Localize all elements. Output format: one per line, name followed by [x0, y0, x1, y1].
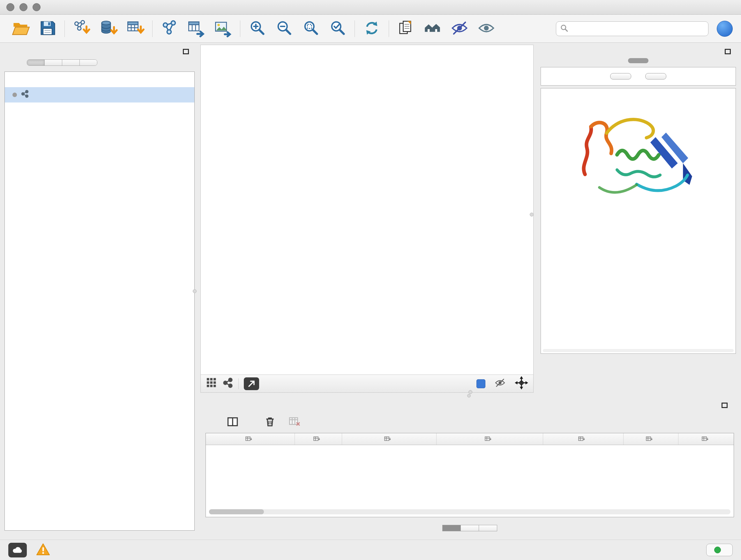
- column-header[interactable]: [543, 433, 623, 445]
- tab-edge-table[interactable]: [461, 525, 479, 531]
- network-row-selected[interactable]: [5, 87, 194, 103]
- tab-style[interactable]: [45, 60, 62, 65]
- zoom-selected-icon: [328, 19, 347, 39]
- network-canvas[interactable]: [201, 45, 533, 374]
- status-bar: [0, 540, 741, 560]
- expand-all-button[interactable]: [610, 73, 631, 79]
- protein-section-header[interactable]: [541, 88, 736, 98]
- close-window-button[interactable]: [6, 3, 14, 11]
- tab-network[interactable]: [27, 60, 45, 65]
- cell-database-identifier[interactable]: [436, 445, 543, 452]
- column-header[interactable]: [678, 433, 734, 445]
- database-import-icon: [99, 19, 118, 39]
- column-header[interactable]: [342, 433, 436, 445]
- show-columns-icon[interactable]: [226, 416, 239, 429]
- table-import-icon: [126, 19, 145, 39]
- control-panel-header: [4, 45, 195, 58]
- copy-network-button[interactable]: [394, 17, 418, 40]
- save-session-button[interactable]: [35, 17, 60, 40]
- toolbar-separator: [152, 20, 152, 37]
- column-header[interactable]: [294, 433, 342, 445]
- search-field[interactable]: [556, 21, 709, 36]
- open-in-window-button[interactable]: [244, 377, 259, 390]
- window-controls: [6, 3, 41, 11]
- show-all-button[interactable]: [474, 17, 499, 40]
- horizontal-splitter[interactable]: [200, 393, 737, 398]
- results-actions: [541, 67, 736, 85]
- control-panel: [4, 45, 195, 531]
- network-share-icon[interactable]: [222, 377, 233, 390]
- cell-canonical-name[interactable]: [342, 445, 436, 452]
- left-splitter-handle[interactable]: [193, 289, 197, 293]
- selected-checkbox-icon[interactable]: [476, 379, 485, 388]
- node-table: [205, 433, 734, 517]
- pan-crosshair-icon[interactable]: [515, 376, 528, 391]
- new-network-button[interactable]: [157, 17, 182, 40]
- scrollbar-thumb[interactable]: [209, 509, 264, 514]
- home-button[interactable]: [420, 17, 445, 40]
- warning-icon: [36, 542, 51, 557]
- network-selection-row: [4, 68, 195, 71]
- column-header[interactable]: [623, 433, 678, 445]
- section-horizontal-scrollbar[interactable]: [543, 349, 734, 352]
- protein-structure-image: [568, 106, 709, 212]
- toolbar-separator: [354, 20, 355, 37]
- import-network-button[interactable]: [69, 17, 94, 40]
- help-button[interactable]: [717, 21, 733, 37]
- zoom-fit-button[interactable]: [298, 17, 323, 40]
- cell-id[interactable]: [623, 445, 678, 452]
- crosslink-row: [541, 237, 736, 241]
- cell-namespace[interactable]: [678, 445, 734, 452]
- tab-string[interactable]: [628, 58, 649, 63]
- image-export-icon: [214, 19, 232, 39]
- network-view: [200, 45, 534, 393]
- cell-name[interactable]: [294, 445, 342, 452]
- toolbar-separator: [240, 20, 240, 37]
- export-table-button[interactable]: [184, 17, 209, 40]
- collapse-all-button[interactable]: [645, 73, 666, 79]
- float-panel-icon[interactable]: [725, 49, 731, 54]
- tab-select[interactable]: [62, 60, 80, 65]
- zoom-selected-button[interactable]: [325, 17, 350, 40]
- results-panel: [539, 45, 737, 393]
- tab-node-table[interactable]: [442, 525, 461, 531]
- table-row[interactable]: [206, 445, 734, 452]
- houses-icon: [423, 19, 442, 39]
- table-horizontal-scrollbar[interactable]: [209, 509, 731, 514]
- right-splitter-handle[interactable]: [530, 212, 534, 216]
- zoom-window-button[interactable]: [32, 3, 41, 11]
- cell-shared-name[interactable]: [206, 445, 294, 452]
- bottom-splitter-handle[interactable]: [468, 390, 472, 394]
- zoom-in-button[interactable]: [245, 17, 270, 40]
- hide-selected-button[interactable]: [447, 17, 472, 40]
- save-icon: [38, 19, 57, 39]
- zoom-out-button[interactable]: [272, 17, 296, 40]
- cloud-icon: [11, 546, 23, 554]
- float-panel-icon[interactable]: [722, 402, 728, 408]
- warning-button[interactable]: [36, 542, 51, 558]
- table-panel: [205, 398, 734, 537]
- cloud-button[interactable]: [8, 543, 27, 557]
- tab-sets[interactable]: [80, 60, 97, 65]
- float-panel-icon[interactable]: [183, 49, 189, 54]
- refresh-button[interactable]: [359, 17, 384, 40]
- crosslink-row: [541, 241, 736, 246]
- memory-button[interactable]: [706, 544, 733, 556]
- column-header[interactable]: [436, 433, 543, 445]
- toolbar-separator: [239, 378, 239, 389]
- tab-network-table[interactable]: [479, 525, 497, 531]
- cell-description[interactable]: [543, 445, 623, 452]
- minimize-window-button[interactable]: [19, 3, 27, 11]
- titlebar: [0, 0, 741, 15]
- birdseye-view-icon[interactable]: [206, 377, 217, 390]
- search-input[interactable]: [571, 24, 704, 33]
- network-collection-row[interactable]: [5, 72, 194, 87]
- import-table-button[interactable]: [123, 17, 148, 40]
- delete-column-trash-icon[interactable]: [264, 416, 276, 429]
- crosslink-row: [541, 228, 736, 232]
- open-session-button[interactable]: [8, 17, 33, 40]
- import-network-from-database-button[interactable]: [96, 17, 121, 40]
- column-header[interactable]: [206, 433, 294, 445]
- refresh-icon: [362, 19, 381, 39]
- export-image-button[interactable]: [211, 17, 235, 40]
